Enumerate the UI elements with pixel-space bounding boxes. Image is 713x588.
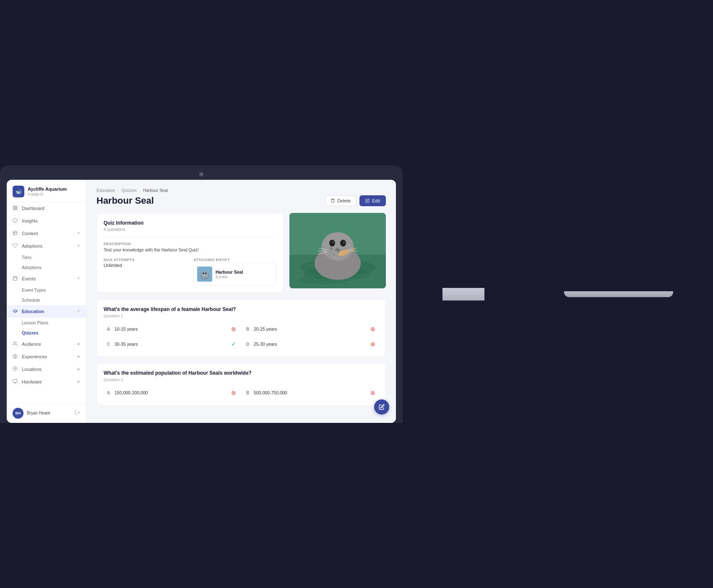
svg-rect-1 [16,206,17,207]
option-1a-text: 10-15 years [114,326,138,332]
sidebar-subitem-lesson-plans[interactable]: Lesson Plans [7,318,86,328]
monitor-stand-base [564,291,673,297]
sidebar-item-audience[interactable]: Audience ▶ [7,338,86,350]
sidebar-subitem-event-types[interactable]: Event Types [7,285,86,295]
events-chevron-icon: ▼ [77,277,80,280]
option-1b-icon: ⊗ [370,326,375,332]
svg-point-13 [15,368,16,369]
attached-entity-label: Attached Entity [193,257,276,262]
divider [104,237,276,237]
breadcrumb-education[interactable]: Education [96,188,115,193]
sidebar-subitem-adoptions[interactable]: Adoptions [7,262,86,272]
experiences-chevron-icon: ▶ [78,355,80,358]
svg-point-34 [332,241,334,243]
sidebar-footer: BH Bryan Hoare [7,403,86,423]
locations-icon [13,366,18,372]
sidebar-item-insights[interactable]: Insights [7,215,86,227]
sidebar-item-experiences[interactable]: Experiences ▶ [7,350,86,363]
education-chevron-icon: ▼ [77,309,80,313]
app-name: Aycliffe Aquarium [28,187,67,192]
sidebar-item-content[interactable]: Content ▼ [7,227,86,240]
content-chevron-icon: ▼ [77,231,80,235]
question-2-label: Question 2 [104,377,379,382]
quiz-hero-image [289,213,386,288]
svg-rect-6 [13,277,17,280]
svg-point-10 [14,342,16,343]
svg-point-35 [343,241,345,243]
svg-point-18 [201,271,208,277]
sidebar-item-locations[interactable]: Locations ▶ [7,363,86,376]
sidebar-item-hardware[interactable]: Hardware ▶ [7,376,86,388]
svg-rect-0 [13,206,15,207]
question-card-2: What's the estimated population of Harbo… [96,363,386,406]
fab-edit-button[interactable] [374,399,389,414]
question-1-text: What's the average lifespan of a feamale… [104,306,379,312]
description-label: Description [104,241,276,246]
delete-button[interactable]: Delete [325,195,356,206]
audience-chevron-icon: ▶ [78,342,80,346]
svg-point-36 [335,248,340,251]
quiz-info-section: Quiz Information 4 questions Description… [96,213,386,293]
description-text: Test your knowledge with the Harbour Sea… [104,247,276,254]
quiz-questions-count: 4 questions [104,227,276,232]
sidebar: 🐋 Aycliffe Aquarium n-gage.io Dashboard [7,180,86,423]
sidebar-item-experiences-label: Experiences [22,354,47,359]
app-domain: n-gage.io [28,192,67,196]
sidebar-subitem-tiers[interactable]: Tiers [7,252,86,262]
option-2a-text: 150,000-200,000 [114,390,148,395]
svg-rect-14 [13,379,17,382]
sidebar-item-dashboard[interactable]: Dashboard [7,202,86,215]
hardware-chevron-icon: ▶ [78,380,80,383]
monitor-stand-neck [442,288,484,300]
option-1b: B 20-25 years ⊗ [243,323,379,335]
svg-point-33 [340,240,346,246]
events-icon [13,276,18,282]
audience-icon [13,341,18,347]
option-1a: A 10-15 years ⊗ [104,323,239,335]
svg-rect-5 [13,231,17,235]
content-icon [13,231,18,236]
entity-thumb-image [197,267,212,282]
experiences-icon [13,354,18,360]
edit-button[interactable]: Edit [359,195,386,206]
sidebar-item-adoptions[interactable]: Adoptions ▼ [7,240,86,252]
option-1a-letter: A [107,327,112,332]
sidebar-item-events-label: Events [22,276,36,281]
insights-icon [13,218,18,224]
svg-point-20 [205,272,207,274]
main-content: Education › Quizzes › Harbour Seal Harbo… [86,180,396,423]
avatar: BH [13,408,23,419]
breadcrumb-sep-2: › [139,188,141,193]
delete-button-label: Delete [337,198,351,203]
sidebar-subitem-quizzes[interactable]: Quizzes [7,328,86,338]
action-buttons: Delete Edit [325,195,386,206]
option-2b-letter: B [246,391,251,395]
sidebar-item-locations-label: Locations [22,367,42,372]
sidebar-item-dashboard-label: Dashboard [22,206,44,211]
question-1-label: Question 1 [104,313,379,318]
option-2b-text: 500,000-750,000 [254,390,287,395]
svg-point-27 [322,232,354,261]
app-logo-icon: 🐋 [13,186,24,197]
breadcrumb: Education › Quizzes › Harbour Seal [96,188,386,193]
sidebar-item-audience-label: Audience [22,342,41,347]
sidebar-item-education-label: Education [22,309,44,314]
question-2-options: A 150,000-200,000 ⊗ B 500,000-750,000 ⊗ [104,387,379,399]
sidebar-item-events[interactable]: Events ▼ [7,272,86,285]
sidebar-item-education[interactable]: Education ▼ [7,305,86,318]
sidebar-item-insights-label: Insights [22,218,38,223]
svg-rect-3 [16,208,17,210]
option-2a-icon: ⊗ [231,389,236,396]
option-2b: B 500,000-750,000 ⊗ [243,387,379,399]
main-nav: Dashboard Insights Content ▼ [7,202,86,388]
sidebar-subitem-schedule[interactable]: Schedule [7,295,86,305]
logout-icon[interactable] [75,410,80,417]
option-1d-letter: D [246,342,251,347]
option-1c-icon: ✓ [231,341,236,347]
attached-entity-box: Harbour Seal Exhibit [193,263,276,285]
option-1d: D 25-30 years ⊗ [243,338,379,350]
entity-type: Exhibit [216,275,243,279]
page-title: Harbour Seal [96,195,154,206]
breadcrumb-quizzes[interactable]: Quizzes [122,188,137,193]
option-1c: C 30-35 years ✓ [104,338,239,350]
